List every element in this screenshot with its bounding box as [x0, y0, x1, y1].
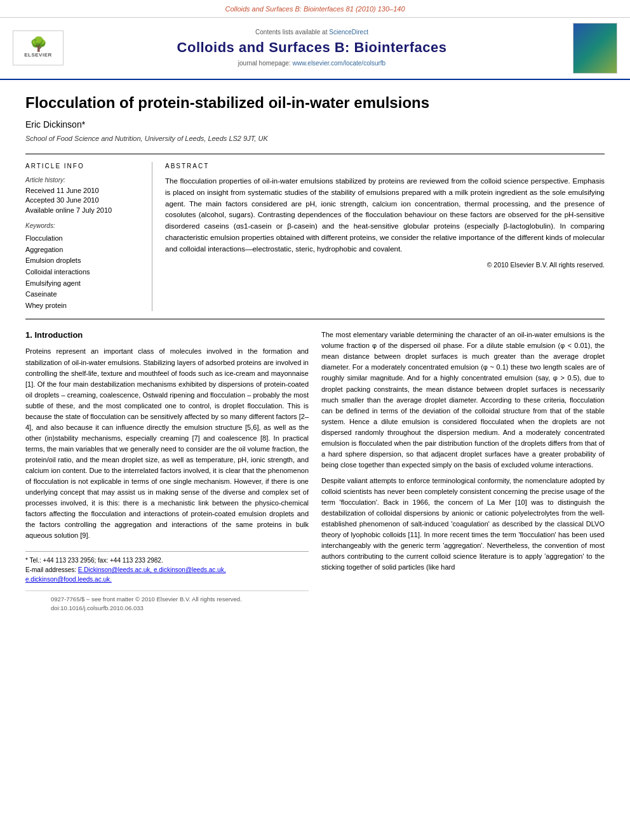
- sciencedirect-link[interactable]: ScienceDirect: [329, 29, 368, 36]
- keyword-item: Caseinate: [25, 289, 142, 300]
- article-affiliation: School of Food Science and Nutrition, Un…: [25, 134, 605, 143]
- journal-header: 🌳 ELSEVIER Contents lists available at S…: [0, 18, 630, 80]
- journal-homepage-link[interactable]: www.elsevier.com/locate/colsurfb: [292, 60, 385, 67]
- body-left-col: 1. Introduction Proteins represent an im…: [25, 330, 309, 616]
- keyword-item: Aggregation: [25, 244, 142, 256]
- body-paragraph: The most elementary variable determining…: [321, 330, 605, 470]
- keyword-item: Emulsion droplets: [25, 255, 142, 267]
- right-body-text: The most elementary variable determining…: [321, 330, 605, 573]
- accepted-date: Accepted 30 June 2010: [25, 196, 142, 205]
- article-info-label: ARTICLE INFO: [25, 162, 142, 171]
- footnote-star: * Tel.: +44 113 233 2956; fax: +44 113 2…: [25, 556, 309, 565]
- bottom-bar: 0927-7765/$ – see front matter © 2010 El…: [25, 590, 309, 616]
- abstract-text: The flocculation properties of oil-in-wa…: [165, 176, 605, 255]
- keyword-item: Whey protein: [25, 300, 142, 312]
- keyword-item: Emulsifying agent: [25, 278, 142, 290]
- left-body-text: Proteins represent an important class of…: [25, 346, 309, 541]
- copyright-line: © 2010 Elsevier B.V. All rights reserved…: [165, 260, 605, 270]
- abstract-label: ABSTRACT: [165, 162, 605, 171]
- available-date: Available online 7 July 2010: [25, 206, 142, 215]
- article-info-block: ARTICLE INFO Article history: Received 1…: [25, 154, 605, 319]
- article-title: Flocculation of protein-stabilized oil-i…: [25, 93, 605, 112]
- email-label: E-mail addresses:: [25, 566, 76, 573]
- article-info-col: ARTICLE INFO Article history: Received 1…: [25, 162, 152, 311]
- body-paragraph: Despite valiant attempts to enforce term…: [321, 476, 605, 573]
- section1-heading: 1. Introduction: [25, 330, 309, 341]
- history-label: Article history:: [25, 176, 142, 185]
- bottom-text2: doi:10.1016/j.colsurfb.2010.06.033: [51, 604, 283, 612]
- journal-cover-image: [573, 23, 617, 74]
- journal-name: Colloids and Surfaces B: Biointerfaces: [64, 38, 560, 58]
- journal-homepage: journal homepage: www.elsevier.com/locat…: [64, 59, 560, 68]
- keywords-label: Keywords:: [25, 222, 142, 230]
- elsevier-wordmark: ELSEVIER: [24, 51, 52, 58]
- body-paragraph: Proteins represent an important class of…: [25, 346, 309, 541]
- keyword-item: Colloidal interactions: [25, 267, 142, 278]
- top-bar: Colloids and Surfaces B: Biointerfaces 8…: [0, 0, 630, 18]
- abstract-col: ABSTRACT The flocculation properties of …: [165, 162, 605, 311]
- elsevier-tree-icon: 🌳: [30, 37, 47, 51]
- footnote-area: * Tel.: +44 113 233 2956; fax: +44 113 2…: [25, 551, 309, 584]
- journal-title-block: Contents lists available at ScienceDirec…: [64, 28, 560, 68]
- elsevier-logo: 🌳 ELSEVIER: [13, 30, 64, 65]
- article-author: Eric Dickinson*: [25, 119, 605, 131]
- bottom-text1: 0927-7765/$ – see front matter © 2010 El…: [51, 595, 283, 603]
- journal-citation: Colloids and Surfaces B: Biointerfaces 8…: [225, 5, 405, 13]
- sciencedirect-line: Contents lists available at ScienceDirec…: [64, 28, 560, 37]
- article-content: Flocculation of protein-stabilized oil-i…: [0, 80, 630, 629]
- keywords-list: FlocculationAggregationEmulsion droplets…: [25, 233, 142, 311]
- footnote-email: E-mail addresses: E.Dickinson@leeds.ac.u…: [25, 565, 309, 584]
- received-date: Received 11 June 2010: [25, 186, 142, 196]
- keyword-item: Flocculation: [25, 233, 142, 244]
- body-right-col: The most elementary variable determining…: [321, 330, 605, 616]
- body-columns: 1. Introduction Proteins represent an im…: [25, 330, 605, 616]
